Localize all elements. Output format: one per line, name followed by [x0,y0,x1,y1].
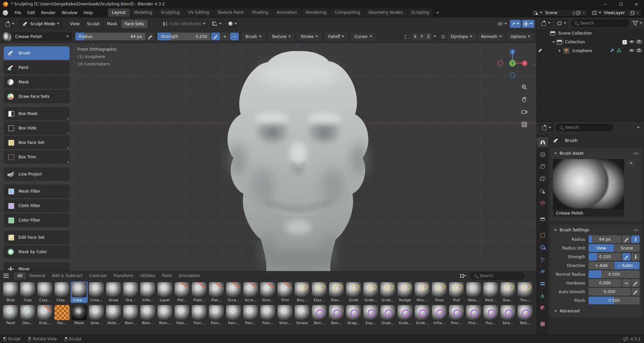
header-menu-item[interactable]: Mask [104,20,121,28]
gizmos-toggle[interactable]: ↗ [510,20,521,28]
shelf-brush[interactable]: Pain... [225,304,242,326]
shelf-brush[interactable]: Smo... [259,281,276,303]
toolbar-tool[interactable]: Edit Face Set [4,231,70,244]
camera-toggle[interactable] [637,40,642,44]
options-dropdown[interactable]: Options [507,33,534,41]
options-dropdown[interactable]: Remesh [478,33,505,41]
properties-tab[interactable] [537,198,548,208]
toolbar-tool[interactable]: Mesh Filter [4,185,70,198]
direction-add-button[interactable]: + [221,33,229,40]
properties-tab[interactable] [537,161,548,172]
toolbar-tool[interactable]: Box Face Set [4,136,70,149]
shelf-brush[interactable]: Infla... [431,304,448,326]
blender-menu-icon[interactable] [3,10,8,15]
camera-view-control[interactable] [520,108,529,116]
shelf-brush[interactable]: Blen... [156,304,174,326]
active-brush-dropdown[interactable]: Crease Polish [12,32,72,41]
strength-slider[interactable]: Strength 0.250 [157,33,211,40]
shelf-brush[interactable]: Pain... [259,304,276,326]
outliner-item-label[interactable]: Icosphere [572,48,592,53]
options-dropdown[interactable]: Dyntopo [448,33,476,41]
shelf-brush[interactable]: Dra... [122,281,139,303]
close-button[interactable]: × [629,0,644,8]
toolbar-tool[interactable]: Box Trim [4,150,70,164]
camera-toggle[interactable] [637,48,642,53]
direction-subtract-button[interactable]: − [230,33,239,40]
brush-asset-preview[interactable]: Crease Polish [553,159,624,217]
menu-item[interactable]: File [11,9,24,16]
shelf-brush[interactable]: Pain... [208,304,225,326]
workspace-tab[interactable]: UV Editing [184,8,213,17]
properties-tab[interactable] [537,186,548,196]
properties-tab[interactable] [537,266,548,276]
shelf-tab[interactable]: Utilities [137,272,159,279]
shelf-brush[interactable]: Bou... [294,281,311,303]
chevron-down-icon[interactable] [464,275,466,277]
shelf-brush[interactable]: Grab... [414,304,431,326]
toolbar-tool[interactable]: Cloth Filter [4,199,70,213]
shelf-brush[interactable]: Ben... [311,304,328,326]
perspective-toggle-control[interactable] [520,120,529,129]
properties-options-button[interactable] [635,123,642,131]
shelf-brush[interactable]: Clay... [36,281,53,303]
shelf-brush[interactable]: Pain... [242,304,259,326]
shelf-brush[interactable]: Clay... [53,281,71,303]
copy-icon[interactable] [630,11,635,15]
panel-dropdown[interactable]: Stroke [298,33,321,41]
shelf-brush[interactable]: Ben... [328,304,345,326]
brush-preview-button[interactable] [3,32,11,41]
shelf-brush[interactable]: Pinc... [448,304,465,326]
add-workspace-button[interactable]: + [433,9,442,17]
properties-tab[interactable] [537,278,548,289]
check-toggle[interactable]: ✓ [622,40,627,44]
shelf-brush[interactable]: Stre... [499,304,517,326]
shelf-brush[interactable]: Scra... [225,281,242,303]
toolbar-tool[interactable]: Box Hide [4,121,70,135]
shelf-brush[interactable]: Pinc... [414,281,431,303]
value-slider[interactable]: 0.250 [589,253,621,261]
shelf-brush[interactable]: Grab [345,281,362,303]
unlink-icon[interactable]: × [581,10,586,15]
chevron-down-icon[interactable] [433,36,436,37]
shelf-brush[interactable]: Blen... [139,304,156,326]
toolbar-tool[interactable]: Box Mask [4,107,70,120]
visibility-dropdown[interactable] [496,20,509,28]
shelf-brush[interactable]: Twist [2,304,19,326]
unlink-icon[interactable]: × [635,10,640,15]
value-slider[interactable]: 0.000 [589,288,631,296]
shelf-brush[interactable]: Drag... [345,304,362,326]
expand-icon[interactable] [552,41,555,43]
properties-tab[interactable] [537,230,548,240]
mode-selector[interactable]: Sculpt Mode [19,20,63,28]
shelf-brush[interactable]: Sna... [499,281,517,303]
tip-shape-button[interactable] [226,20,239,28]
arrows-button[interactable]: ↔ [622,279,631,287]
pan-control[interactable] [520,95,529,104]
header-menu-item[interactable]: Sculpt [83,20,103,28]
properties-tab[interactable] [537,149,548,159]
pen-button[interactable] [631,279,640,287]
workspace-tab[interactable]: Compositing [331,8,364,17]
navigation-gizmo[interactable]: Z Y X [495,46,530,81]
shelf-brush[interactable]: Den... [19,304,36,326]
shelf-brush[interactable]: Clay [19,281,36,303]
panel-dropdown[interactable]: Falloff [325,33,348,41]
shelf-tab[interactable]: Add & Subtract [48,272,86,279]
chevron-down-icon[interactable] [640,22,642,24]
workspace-tab[interactable]: Modeling [130,8,157,17]
shelf-brush[interactable]: Eras... [36,304,53,326]
shelf-search-input[interactable]: Search [470,272,524,279]
shelf-brush[interactable]: Blen... [122,304,139,326]
shelf-tab[interactable]: Contrast [86,272,110,279]
pressure-button[interactable] [631,235,640,243]
shelf-menu-icon[interactable] [3,274,9,278]
radius-pressure-button[interactable] [146,33,155,40]
properties-tab[interactable] [537,291,548,301]
mirror-axis-button[interactable]: Y [419,33,425,40]
radius-slider[interactable]: Radius 64 px [75,33,145,40]
shelf-brush[interactable]: Fac... [53,304,71,326]
shelf-brush[interactable]: Pain... [174,304,191,326]
shelf-brush[interactable]: Pus... [482,304,499,326]
sidebar-collapse-arrow[interactable]: ‹ [533,62,535,67]
outliner-editor-type-button[interactable] [539,19,553,27]
